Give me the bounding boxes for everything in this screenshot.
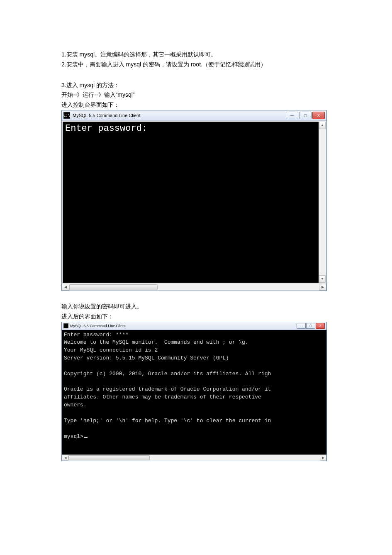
vertical-scrollbar[interactable]: ▲ ▼ [319,122,326,283]
app-icon [63,323,68,328]
window-titlebar: C:\ MySQL 5.5 Command Line Client — ▢ X [62,110,326,121]
cursor-icon [84,437,88,438]
window-title-text: MySQL 5.5 Command Line Client [70,324,126,328]
horizontal-scrollbar[interactable]: ◀ ▶ [62,455,326,461]
terminal-line: Server version: 5.5.15 MySQL Community S… [64,355,229,361]
mysql-console-window-2: MySQL 5.5 Command Line Client — ▢ X Ente… [61,322,327,461]
instruction-step-1: 1.安装 mysql。注意编码的选择那，其它一概采用默认即可。 [61,50,331,60]
instruction-step-5: 进入后的界面如下： [61,312,331,322]
terminal-line: Enter password: [65,123,147,134]
mysql-console-window-1: C:\ MySQL 5.5 Command Line Client — ▢ X … [61,110,327,291]
close-button[interactable]: X [316,323,325,329]
maximize-button[interactable]: ▢ [299,112,312,119]
instruction-step-2: 2.安装中，需要输入进入 mysql 的密码，请设置为 root.（便于记忆和我… [61,60,331,70]
terminal-output[interactable]: Enter password: ▲ ▼ [63,122,326,283]
scroll-thumb[interactable] [69,284,158,290]
app-icon: C:\ [63,112,70,119]
scroll-track[interactable] [68,455,320,461]
minimize-button[interactable]: — [286,112,298,119]
scroll-track[interactable] [69,284,319,291]
scroll-left-icon[interactable]: ◀ [62,284,69,291]
scroll-track[interactable] [319,129,326,275]
scroll-right-icon[interactable]: ▶ [320,455,326,461]
document-page: 1.安装 mysql。注意编码的选择那，其它一概采用默认即可。 2.安装中，需要… [0,0,392,486]
terminal-line: Your MySQL connection id is 2 [64,347,158,353]
scroll-thumb[interactable] [68,455,150,460]
terminal-line: Oracle is a registered trademark of Orac… [64,386,271,392]
terminal-line: Enter password: **** [64,332,129,338]
window-body: Enter password: ▲ ▼ [62,121,326,284]
scroll-left-icon[interactable]: ◀ [62,455,68,461]
terminal-output[interactable]: Enter password: **** Welcome to the MySQ… [62,330,326,455]
horizontal-scrollbar[interactable]: ◀ ▶ [62,284,326,291]
instruction-step-3a: 开始--》运行--》输入“mysql” [61,90,331,100]
terminal-prompt: mysql> [64,433,83,440]
window-title-text: MySQL 5.5 Command Line Client [73,113,140,118]
instruction-step-3: 3.进入 mysql 的方法： [61,81,331,90]
terminal-line: owners. [64,402,87,408]
close-button[interactable]: X [312,112,325,119]
maximize-button[interactable]: ▢ [306,323,315,329]
instruction-step-4: 输入你说设置的密码即可进入。 [61,302,331,312]
terminal-line: Welcome to the MySQL monitor. Commands e… [64,339,248,345]
scroll-right-icon[interactable]: ▶ [319,284,326,291]
minimize-button[interactable]: — [297,323,306,329]
scroll-up-icon[interactable]: ▲ [319,122,326,129]
terminal-line: Copyright (c) 2000, 2010, Oracle and/or … [64,371,271,377]
window-titlebar: MySQL 5.5 Command Line Client — ▢ X [62,322,326,330]
terminal-line: affiliates. Other names may be trademark… [64,394,261,400]
scroll-down-icon[interactable]: ▼ [319,275,326,283]
terminal-line: Type 'help;' or '\h' for help. Type '\c'… [64,418,271,424]
instruction-step-3b: 进入控制台界面如下： [61,100,331,110]
